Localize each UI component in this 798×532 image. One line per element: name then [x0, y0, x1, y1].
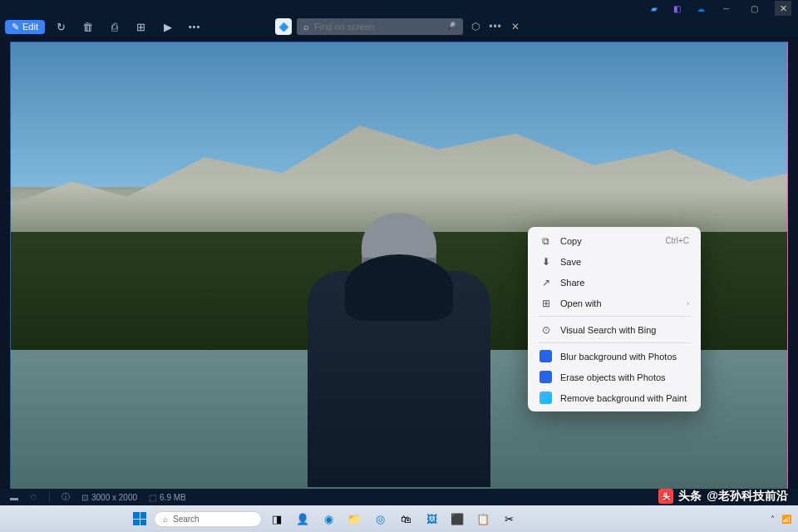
context-menu: ⧉CopyCtrl+C⬇Save↗Share⊞Open with›⊙Visual…: [528, 227, 701, 411]
slideshow-icon[interactable]: ▶: [158, 17, 178, 36]
print-icon[interactable]: ⎙: [105, 17, 125, 36]
menu-item-label: Visual Search with Bing: [560, 325, 689, 335]
menu-item-copy[interactable]: ⧉CopyCtrl+C: [531, 230, 697, 251]
maximize-button[interactable]: ▢: [746, 2, 763, 15]
minimize-button[interactable]: ─: [718, 2, 734, 15]
onedrive-icon[interactable]: ☁: [695, 2, 707, 14]
tray-chevron-icon[interactable]: ˄: [771, 515, 775, 524]
menu-item-label: Open with: [560, 298, 678, 308]
more-icon[interactable]: •••: [185, 17, 204, 36]
dimensions-label: ⊡ 3000 x 2000: [81, 493, 137, 502]
edit-icon: ✎: [12, 22, 19, 32]
menu-shortcut: Ctrl+C: [665, 236, 689, 245]
search-icon: ⌕: [303, 22, 309, 32]
cube-icon[interactable]: ⬡: [468, 19, 483, 34]
taskbar-search-placeholder: Search: [173, 515, 200, 524]
menu-divider: [538, 316, 691, 317]
menu-item-remove-background-with-paint[interactable]: Remove background with Paint: [531, 387, 697, 408]
watermark-logo: 头: [658, 489, 673, 504]
taskbar-explorer[interactable]: 📁: [343, 508, 365, 530]
menu-item-erase-objects-with-photos[interactable]: Erase objects with Photos: [531, 367, 697, 387]
photos-icon: [539, 350, 552, 362]
search-more-icon[interactable]: •••: [488, 19, 503, 34]
taskbar-search[interactable]: ⌕ Search: [154, 511, 262, 527]
taskbar-app-8[interactable]: ✂: [498, 508, 520, 530]
app-icon[interactable]: ⊞: [131, 17, 151, 36]
menu-item-label: Save: [560, 257, 689, 267]
openwith-icon: ⊞: [539, 297, 552, 309]
edit-label: Edit: [22, 22, 38, 32]
photos-icon: [539, 371, 552, 383]
watermark: 头 头条 @老孙科技前沿: [658, 489, 788, 504]
filmstrip-icon[interactable]: ▬: [10, 493, 18, 502]
taskbar-app-1[interactable]: 👤: [292, 508, 313, 530]
menu-item-visual-search-with-bing[interactable]: ⊙Visual Search with Bing: [531, 319, 697, 340]
titlebar: ▰ ◧ ☁ ─ ▢ ✕: [0, 0, 798, 17]
search-input-container[interactable]: ⌕ 🎤: [297, 18, 463, 35]
bing-icon[interactable]: 🔷: [275, 18, 292, 35]
system-tray[interactable]: ˄ 📶: [771, 515, 791, 524]
mic-icon[interactable]: 🎤: [445, 22, 456, 32]
edit-button[interactable]: ✎ Edit: [5, 20, 45, 34]
tray-wifi-icon[interactable]: 📶: [781, 515, 791, 524]
dimensions-value: 3000 x 2000: [91, 493, 137, 502]
info-icon[interactable]: ⓘ: [62, 491, 70, 503]
rotate-icon[interactable]: ↻: [52, 17, 71, 36]
menu-item-label: Blur background with Photos: [560, 352, 689, 362]
toolbar: ✎ Edit ↻ 🗑 ⎙ ⊞ ▶ ••• 🔷 ⌕ 🎤 ⬡ ••• ✕: [0, 17, 798, 37]
taskbar-store[interactable]: 🛍: [395, 508, 416, 530]
filesize-label: ⬚ 6.9 MB: [149, 493, 186, 502]
menu-divider: [538, 342, 691, 343]
menu-item-share[interactable]: ↗Share: [531, 272, 697, 293]
menu-item-open-with[interactable]: ⊞Open with›: [531, 293, 697, 313]
taskbar-photos[interactable]: 🖼: [421, 508, 442, 530]
disk-icon: ⬚: [149, 493, 156, 502]
watermark-handle: @老孙科技前沿: [707, 489, 788, 504]
copilot-icon[interactable]: ◧: [672, 2, 683, 14]
watermark-prefix: 头条: [678, 489, 702, 504]
visual-search-icon: ⊙: [539, 323, 552, 336]
phone-link-icon[interactable]: ▰: [648, 2, 660, 14]
taskbar-app-2[interactable]: ◉: [318, 508, 339, 530]
favorite-icon[interactable]: ♡: [30, 493, 37, 502]
chevron-right-icon: ›: [687, 299, 689, 308]
search-bar: 🔷 ⌕ 🎤 ⬡ ••• ✕: [275, 17, 523, 37]
save-icon: ⬇: [539, 255, 552, 268]
menu-item-label: Remove background with Paint: [560, 393, 689, 403]
taskbar-app-6[interactable]: ⬛: [446, 508, 468, 530]
dimensions-icon: ⊡: [81, 493, 88, 502]
menu-item-save[interactable]: ⬇Save: [531, 251, 697, 272]
delete-icon[interactable]: 🗑: [78, 17, 98, 36]
copy-icon: ⧉: [539, 234, 552, 247]
close-button[interactable]: ✕: [775, 1, 791, 16]
filesize-value: 6.9 MB: [160, 493, 186, 502]
search-close-icon[interactable]: ✕: [508, 19, 523, 34]
menu-item-label: Share: [560, 278, 689, 288]
paint-icon: [539, 392, 552, 404]
taskbar-search-icon: ⌕: [163, 515, 168, 524]
taskbar-edge[interactable]: ◎: [369, 508, 391, 530]
taskbar-app-7[interactable]: 📋: [472, 508, 494, 530]
start-button[interactable]: [130, 509, 150, 529]
menu-item-label: Erase objects with Photos: [560, 372, 689, 382]
task-view-icon[interactable]: ◨: [266, 508, 288, 530]
menu-item-label: Copy: [560, 236, 657, 246]
menu-item-blur-background-with-photos[interactable]: Blur background with Photos: [531, 346, 697, 367]
share-icon: ↗: [539, 276, 552, 288]
search-input[interactable]: [314, 22, 440, 32]
taskbar: ⌕ Search ◨ 👤 ◉ 📁 ◎ 🛍 🖼 ⬛ 📋 ✂ ˄ 📶: [0, 505, 798, 532]
